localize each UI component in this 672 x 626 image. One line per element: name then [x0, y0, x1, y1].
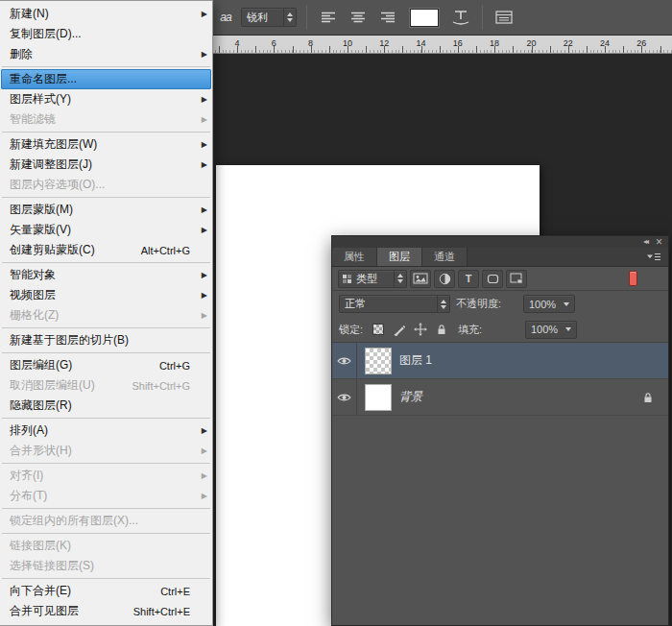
layer-thumbnail[interactable] — [365, 384, 392, 411]
menu-item[interactable]: 视频图层 ▶ — [0, 285, 212, 305]
menu-item[interactable]: 对齐(I) ▶ — [0, 466, 212, 486]
fill-dropdown[interactable]: 100% — [525, 321, 577, 339]
submenu-arrow-icon: ▶ — [198, 10, 207, 18]
ruler-number: 12 — [379, 38, 389, 48]
filter-pixel-layers-button[interactable] — [410, 270, 431, 288]
visibility-toggle[interactable] — [332, 379, 357, 415]
menu-item: ▶ — [2, 463, 210, 464]
align-center-icon — [350, 12, 366, 23]
panel-titlebar: ◂◂ × — [332, 236, 668, 248]
menu-item[interactable]: 智能滤镜 ▶ — [0, 109, 212, 130]
menu-item[interactable]: 图层蒙版(M) ▶ — [0, 200, 212, 220]
opacity-dropdown[interactable]: 100% — [523, 295, 575, 313]
menu-item-label: 删除 — [10, 46, 33, 62]
menu-item[interactable]: 合并可见图层 Shift+Ctrl+E ▶ — [0, 601, 212, 621]
ruler-numbers: 468101214161820222426 — [213, 36, 672, 53]
panel-tab[interactable]: 属性 — [332, 248, 377, 266]
menu-item: ▶ — [2, 66, 210, 67]
lock-all-button[interactable] — [433, 322, 449, 338]
panel-menu-button[interactable] — [646, 253, 661, 261]
menu-item[interactable]: 排列(A) ▶ — [0, 421, 212, 441]
ruler-number: 6 — [272, 38, 276, 48]
horizontal-ruler[interactable]: 468101214161820222426 — [213, 36, 672, 54]
layer-row[interactable]: 图层 1 — [332, 343, 668, 379]
warp-text-button[interactable] — [449, 7, 472, 28]
panel-tab[interactable]: 图层 — [377, 248, 422, 266]
submenu-arrow-icon: ▶ — [198, 50, 207, 59]
filter-smart-objects-button[interactable] — [506, 270, 527, 288]
opacity-value: 100% — [529, 299, 556, 310]
menu-item[interactable]: 链接图层(K) ▶ — [0, 536, 212, 556]
blend-mode-dropdown[interactable]: 正常 — [339, 295, 450, 313]
menu-item[interactable]: 新建调整图层(J) ▶ — [0, 155, 212, 175]
ruler-number: 16 — [453, 38, 463, 48]
ruler-number: 4 — [234, 38, 239, 48]
filter-type-dropdown[interactable]: 类型 — [338, 270, 407, 288]
panels-icon — [495, 11, 513, 24]
collapse-panel-icon[interactable]: ◂◂ — [643, 238, 647, 246]
menu-item[interactable]: 选择链接图层(S) ▶ — [0, 556, 212, 576]
menu-item[interactable]: 图层样式(Y) ▶ — [0, 89, 212, 109]
visibility-toggle[interactable] — [332, 343, 357, 378]
menu-item[interactable]: 重命名图层... ▶ — [1, 69, 211, 89]
menu-item[interactable]: 复制图层(D)... ▶ — [0, 24, 212, 44]
menu-item-label: 新建基于图层的切片(B) — [10, 332, 129, 349]
lock-icon — [643, 392, 653, 403]
menu-item[interactable]: 创建剪贴蒙版(C) Alt+Ctrl+G ▶ — [0, 240, 212, 260]
menu-item[interactable]: 图层内容选项(O)... ▶ — [0, 175, 212, 195]
submenu-arrow-icon: ▶ — [198, 226, 207, 234]
menu-item[interactable]: 新建填充图层(W) ▶ — [0, 134, 212, 155]
stepper-arrows-icon — [437, 296, 449, 312]
menu-item-label: 智能滤镜 — [10, 111, 56, 128]
toggle-panels-button[interactable] — [492, 7, 516, 28]
menu-item[interactable]: 智能对象 ▶ — [0, 265, 212, 285]
menu-item[interactable]: 矢量蒙版(V) ▶ — [0, 220, 212, 240]
lock-position-button[interactable] — [412, 322, 428, 338]
filter-on-off-toggle[interactable] — [629, 271, 637, 286]
filter-shape-layers-button[interactable] — [482, 270, 503, 288]
antialias-select[interactable]: 锐利 — [241, 8, 297, 27]
fill-label: 填充: — [458, 323, 519, 337]
menu-item[interactable]: 向下合并(E) Ctrl+E ▶ — [0, 581, 212, 601]
menu-item-label: 选择链接图层(S) — [10, 558, 94, 574]
menu-item[interactable]: 新建基于图层的切片(B) ▶ — [0, 330, 212, 350]
submenu-arrow-icon: ▶ — [198, 160, 207, 169]
menu-item[interactable]: 栅格化(Z) ▶ — [0, 305, 212, 325]
menu-item-label: 智能对象 — [10, 267, 56, 283]
lock-label: 锁定: — [339, 323, 363, 337]
filter-type-layers-button[interactable]: T — [458, 270, 479, 288]
layer-name[interactable]: 背景 — [399, 389, 422, 405]
eye-icon — [337, 356, 351, 366]
align-right-button[interactable] — [376, 7, 399, 28]
menu-item[interactable]: 新建(N) ▶ — [0, 4, 212, 24]
panel-tab[interactable]: 通道 — [422, 248, 468, 266]
submenu-arrow-icon: ▶ — [198, 446, 207, 455]
lock-image-pixels-button[interactable] — [391, 322, 407, 338]
menu-item[interactable]: 分布(T) ▶ — [0, 486, 212, 506]
lock-transparent-pixels-button[interactable] — [370, 322, 386, 338]
menu-item[interactable]: 合并形状(H) ▶ — [0, 441, 212, 461]
align-left-button[interactable] — [317, 7, 340, 28]
menu-item[interactable]: 取消图层编组(U) Shift+Ctrl+G ▶ — [0, 375, 212, 396]
text-color-swatch[interactable] — [410, 9, 439, 27]
menu-item-shortcut: Ctrl+G — [159, 360, 198, 372]
toolbar-separator — [306, 5, 307, 30]
menu-item[interactable]: 隐藏图层(R) ▶ — [0, 396, 212, 416]
layer-name[interactable]: 图层 1 — [399, 352, 432, 369]
close-panel-icon[interactable]: × — [656, 236, 662, 248]
menu-item-label: 新建填充图层(W) — [10, 136, 97, 153]
menu-item[interactable]: 锁定组内的所有图层(X)... ▶ — [0, 511, 212, 531]
submenu-arrow-icon: ▶ — [198, 291, 207, 300]
stepper-arrows-icon — [394, 271, 406, 287]
menu-item-label: 视频图层 — [10, 287, 56, 303]
menu-item[interactable]: 图层编组(G) Ctrl+G ▶ — [0, 355, 212, 375]
filter-adjustment-layers-button[interactable] — [434, 270, 455, 288]
menu-item[interactable]: 删除 ▶ — [0, 44, 212, 64]
layer-thumbnail[interactable] — [365, 348, 392, 374]
menu-item: ▶ — [2, 197, 210, 198]
layer-row[interactable]: 背景 — [332, 379, 668, 416]
adjustment-circle-icon — [439, 273, 451, 285]
layer-filter-row: 类型 T — [332, 267, 668, 291]
align-center-button[interactable] — [347, 7, 370, 28]
lock-buttons — [370, 322, 449, 338]
